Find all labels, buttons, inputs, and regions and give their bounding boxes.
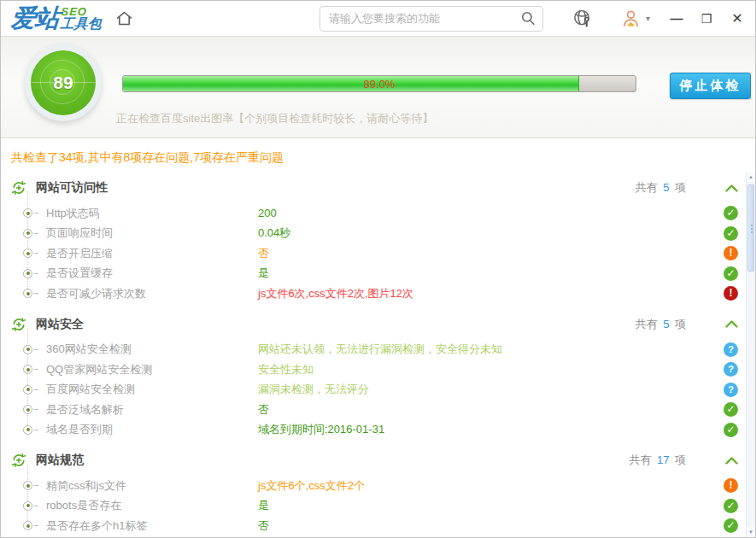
check-item-label: 是否可减少请求次数 — [46, 286, 258, 301]
check-item-row: Http状态码 200 ✓ — [11, 203, 738, 224]
collapse-button[interactable] — [725, 184, 738, 192]
section-rows: Http状态码 200 ✓ 页面响应时间 0.04秒 ✓ 是否开启压缩 否 ! … — [11, 200, 738, 306]
section-rows: 精简css和js文件 js文件6个,css文件2个 ! robots是否存在 是… — [11, 472, 738, 538]
check-item-row: robots是否存在 是 ✓ — [11, 496, 738, 517]
check-item-value: 0.04秒 — [258, 225, 724, 241]
section-count-prefix: 共有 — [629, 453, 654, 466]
collapse-button[interactable] — [725, 320, 738, 328]
window-close-button[interactable]: ✕ — [730, 12, 745, 26]
check-section: 网站安全 共有 5 项 360网站安全检测 网站还未认领，无法进行漏洞检测，安全… — [11, 313, 738, 442]
section-title: 网站规范 — [36, 453, 84, 468]
section-count: 共有 5 项 — [636, 180, 686, 196]
scroll-up-button[interactable]: ▲ — [747, 172, 755, 182]
progress-bar: 89.0% — [122, 75, 636, 92]
chevron-up-icon — [725, 457, 738, 465]
section-title: 网站可访问性 — [36, 180, 108, 196]
window-minimize-button[interactable]: — — [668, 12, 683, 26]
home-button[interactable] — [115, 9, 133, 27]
status-unknown-icon: ? — [724, 342, 738, 357]
check-item-row: 页面响应时间 0.04秒 ✓ — [11, 224, 738, 244]
check-item-value: 域名到期时间:2016-01-31 — [258, 422, 724, 437]
check-item-row: 是否设置缓存 是 ✓ — [11, 264, 738, 284]
bullet-icon — [23, 405, 32, 414]
network-tools-icon — [572, 9, 592, 28]
stop-check-button[interactable]: 停止体检 — [670, 73, 751, 99]
bullet-icon — [23, 289, 32, 298]
user-account-button[interactable]: ▾ — [621, 9, 650, 28]
status-ok-icon: ✓ — [724, 266, 738, 281]
section-count-suffix: 项 — [671, 318, 686, 330]
check-item-row: 是否泛域名解析 否 ✓ — [11, 400, 738, 420]
check-item-row: 是否开启压缩 否 ! — [11, 243, 738, 264]
status-ok-icon: ✓ — [724, 423, 738, 437]
check-item-label: 360网站安全检测 — [46, 342, 258, 357]
refresh-plus-icon — [11, 453, 26, 468]
check-item-value: js文件6次,css文件2次,图片12次 — [258, 286, 724, 301]
bullet-icon — [23, 425, 32, 435]
user-avatar-icon — [621, 9, 641, 28]
check-section: 网站规范 共有 17 项 精简css和js文件 js文件6个,css文件2个 !… — [11, 448, 738, 538]
check-item-label: 是否开启压缩 — [46, 246, 258, 261]
check-item-row: 域名是否到期 域名到期时间:2016-01-31 ✓ — [11, 420, 738, 441]
window-maximize-button[interactable]: ❒ — [699, 12, 714, 26]
check-item-label: 是否设置缓存 — [46, 266, 258, 281]
status-ok-icon: ✓ — [724, 206, 738, 220]
results-content: 共检查了34项,其中有8项存在问题,7项存在严重问题 网站可访问性 共有 5 项 — [1, 138, 755, 538]
bullet-icon — [23, 269, 32, 278]
check-summary-text: 共检查了34项,其中有8项存在问题,7项存在严重问题 — [11, 150, 738, 166]
check-item-row: 是否可减少请求次数 js文件6次,css文件2次,图片12次 ! — [11, 284, 738, 304]
search-input[interactable] — [319, 6, 543, 32]
section-header[interactable]: 网站规范 共有 17 项 — [11, 448, 738, 472]
check-item-value: 网站还未认领，无法进行漏洞检测，安全得分未知 — [258, 342, 724, 357]
section-count-number: 5 — [660, 318, 671, 330]
section-count-prefix: 共有 — [636, 318, 661, 330]
check-item-label: 页面响应时间 — [46, 225, 258, 241]
caret-down-icon[interactable]: ▾ — [646, 14, 650, 23]
chevron-up-icon — [725, 184, 738, 192]
vertical-scrollbar[interactable]: ▲ ▼ — [746, 172, 755, 537]
status-warning-icon: ! — [724, 246, 738, 260]
sections: 网站可访问性 共有 5 项 Http状态码 200 ✓ 页面响应时间 0.04秒… — [11, 176, 738, 538]
status-ok-icon: ✓ — [724, 518, 738, 533]
check-item-value: js文件6个,css文件2个 — [258, 478, 724, 494]
check-item-value: 200 — [258, 207, 724, 219]
section-count-suffix: 项 — [671, 181, 686, 194]
status-ok-icon: ✓ — [724, 226, 738, 241]
tools-button[interactable] — [572, 9, 592, 28]
health-check-panel: 89 89.0% 正在检查百度site出图率【个别项目检查耗时较长，请耐心等待】… — [1, 37, 755, 138]
logo-text-primary: 爱站 — [10, 6, 60, 31]
section-count: 共有 5 项 — [636, 317, 686, 332]
check-item-value: 是 — [258, 498, 724, 513]
bullet-icon — [23, 208, 32, 218]
chevron-up-icon — [725, 320, 738, 328]
check-item-label: robots是否存在 — [46, 498, 258, 513]
search-icon[interactable] — [520, 10, 536, 30]
check-item-value: 是 — [258, 266, 724, 281]
status-ok-icon: ✓ — [724, 402, 738, 417]
section-header[interactable]: 网站可访问性 共有 5 项 — [11, 176, 738, 200]
bullet-icon — [23, 385, 32, 395]
check-item-row: 360网站安全检测 网站还未认领，无法进行漏洞检测，安全得分未知 ? — [11, 340, 738, 360]
section-count: 共有 17 项 — [629, 453, 686, 468]
scrollbar-thumb[interactable] — [747, 184, 754, 272]
check-item-value: 安全性未知 — [258, 362, 724, 377]
check-item-label: 是否泛域名解析 — [46, 402, 258, 418]
check-item-row: QQ管家网站安全检测 安全性未知 ? — [11, 360, 738, 380]
app-window: 爱站 SEO 工具包 — [0, 0, 756, 538]
check-item-label: 精简css和js文件 — [46, 478, 258, 494]
section-count-suffix: 项 — [671, 453, 686, 466]
section-header[interactable]: 网站安全 共有 5 项 — [11, 313, 738, 336]
check-item-value: 否 — [258, 518, 724, 534]
collapse-button[interactable] — [725, 457, 738, 465]
app-logo[interactable]: 爱站 SEO 工具包 — [10, 6, 103, 31]
check-item-label: QQ管家网站安全检测 — [46, 362, 258, 377]
check-item-row: 精简css和js文件 js文件6个,css文件2个 ! — [11, 476, 738, 496]
check-item-value: 否 — [258, 246, 724, 261]
scroll-down-button[interactable]: ▼ — [747, 527, 755, 537]
status-error-icon: ! — [724, 286, 738, 301]
check-item-label: 域名是否到期 — [46, 422, 258, 437]
top-bar: 爱站 SEO 工具包 — [1, 1, 755, 37]
status-unknown-icon: ? — [724, 383, 738, 397]
section-count-number: 5 — [660, 181, 671, 194]
check-item-value: 否 — [258, 402, 724, 418]
